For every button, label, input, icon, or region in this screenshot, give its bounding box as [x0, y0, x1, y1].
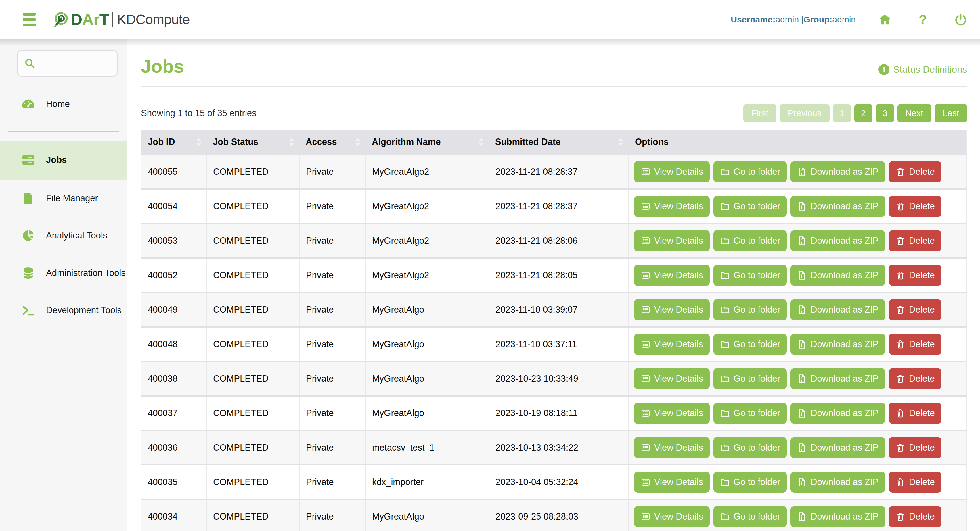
page-button-previous[interactable]: Previous	[780, 104, 830, 122]
go-to-folder-button[interactable]: Go to folder	[713, 196, 787, 217]
power-icon[interactable]	[954, 13, 967, 26]
options-cell: View Details Go to folder Download as ZI…	[628, 499, 967, 531]
go-to-folder-button[interactable]: Go to folder	[713, 299, 787, 320]
sidebar-item-label: Jobs	[46, 155, 67, 165]
sidebar-item-label: File Manager	[46, 193, 98, 203]
page-button-3[interactable]: 3	[876, 104, 894, 122]
view-details-button[interactable]: View Details	[634, 437, 710, 458]
go-to-folder-button[interactable]: Go to folder	[713, 472, 787, 493]
delete-button[interactable]: Delete	[889, 437, 942, 458]
go-to-folder-button[interactable]: Go to folder	[713, 403, 787, 424]
delete-button[interactable]: Delete	[889, 230, 942, 251]
sidebar-item-file-manager[interactable]: File Manager	[0, 179, 127, 217]
go-to-folder-button[interactable]: Go to folder	[713, 161, 787, 182]
delete-button[interactable]: Delete	[889, 161, 942, 182]
folder-icon	[720, 201, 730, 211]
column-header-submitted-date[interactable]: Submitted Date	[489, 130, 628, 155]
view-details-button[interactable]: View Details	[634, 334, 710, 355]
page-button-2[interactable]: 2	[854, 104, 872, 122]
title-divider	[141, 86, 967, 87]
job-id-cell: 400049	[141, 293, 207, 327]
hamburger-menu-icon[interactable]	[23, 13, 36, 27]
home-icon[interactable]	[878, 13, 891, 26]
delete-button[interactable]: Delete	[889, 299, 942, 320]
options-cell: View Details Go to folder Download as ZI…	[628, 327, 967, 361]
list-details-icon	[641, 339, 651, 349]
page-button-first[interactable]: First	[743, 104, 776, 122]
sort-icon[interactable]	[289, 138, 294, 146]
go-to-folder-button[interactable]: Go to folder	[713, 230, 787, 251]
sidebar-item-home[interactable]: Home	[0, 86, 127, 123]
submitted-date-cell: 2023-11-10 03:39:07	[489, 293, 628, 327]
page-button-next[interactable]: Next	[897, 104, 931, 122]
delete-button[interactable]: Delete	[889, 506, 942, 527]
download-as-zip-button[interactable]: Download as ZIP	[791, 368, 885, 389]
servers-icon	[21, 154, 35, 166]
delete-button[interactable]: Delete	[889, 265, 942, 286]
go-to-folder-button[interactable]: Go to folder	[713, 506, 787, 527]
view-details-button[interactable]: View Details	[634, 506, 710, 527]
column-header-job-id[interactable]: Job ID	[141, 130, 207, 155]
zip-file-icon	[797, 408, 807, 418]
search-input[interactable]	[40, 58, 111, 68]
access-cell: Private	[299, 223, 366, 258]
folder-icon	[720, 374, 730, 384]
access-cell: Private	[299, 361, 366, 396]
view-details-button[interactable]: View Details	[634, 368, 710, 389]
sidebar-item-development-tools[interactable]: Development Tools	[0, 292, 127, 329]
sort-icon[interactable]	[479, 138, 484, 146]
download-as-zip-button[interactable]: Download as ZIP	[791, 506, 885, 527]
folder-icon	[720, 167, 730, 177]
sidebar-item-analytical-tools[interactable]: Analytical Tools	[0, 217, 127, 254]
download-as-zip-button[interactable]: Download as ZIP	[791, 472, 885, 493]
job-status-cell: COMPLETED	[207, 258, 299, 293]
status-definitions-link[interactable]: i Status Definitions	[878, 64, 967, 76]
delete-button[interactable]: Delete	[889, 472, 942, 493]
download-as-zip-button[interactable]: Download as ZIP	[791, 265, 885, 286]
page-button-1[interactable]: 1	[833, 104, 851, 122]
view-details-button[interactable]: View Details	[634, 299, 710, 320]
job-status-cell: COMPLETED	[207, 361, 299, 396]
view-details-button[interactable]: View Details	[634, 230, 710, 251]
page-button-last[interactable]: Last	[935, 104, 967, 122]
sort-icon[interactable]	[618, 138, 624, 146]
pagination: FirstPrevious123NextLast	[743, 104, 967, 122]
download-as-zip-button[interactable]: Download as ZIP	[791, 230, 885, 251]
delete-button[interactable]: Delete	[889, 196, 942, 217]
view-details-button[interactable]: View Details	[634, 265, 710, 286]
view-details-button[interactable]: View Details	[634, 161, 710, 182]
sidebar-search[interactable]	[17, 50, 118, 77]
download-as-zip-button[interactable]: Download as ZIP	[791, 403, 885, 424]
delete-button[interactable]: Delete	[889, 334, 942, 355]
brand-separator	[112, 12, 113, 27]
column-header-job-status[interactable]: Job Status	[207, 130, 299, 155]
terminal-icon	[21, 304, 35, 316]
algorithm-name-cell: MyGreatAlgo2	[366, 258, 489, 293]
options-cell: View Details Go to folder Download as ZI…	[628, 465, 967, 499]
options-cell: View Details Go to folder Download as ZI…	[628, 293, 967, 327]
download-as-zip-button[interactable]: Download as ZIP	[791, 334, 885, 355]
sidebar-item-administration-tools[interactable]: Administration Tools	[0, 254, 127, 292]
delete-button[interactable]: Delete	[889, 403, 942, 424]
brand-logo[interactable]: DArT KDCompute	[54, 11, 189, 28]
go-to-folder-button[interactable]: Go to folder	[713, 437, 787, 458]
sort-icon[interactable]	[196, 138, 201, 146]
folder-icon	[720, 305, 730, 315]
delete-button[interactable]: Delete	[889, 368, 942, 389]
download-as-zip-button[interactable]: Download as ZIP	[791, 437, 885, 458]
help-icon[interactable]: ?	[916, 13, 929, 26]
sort-icon[interactable]	[355, 138, 360, 146]
download-as-zip-button[interactable]: Download as ZIP	[791, 196, 885, 217]
go-to-folder-button[interactable]: Go to folder	[713, 334, 787, 355]
go-to-folder-button[interactable]: Go to folder	[713, 265, 787, 286]
view-details-button[interactable]: View Details	[634, 196, 710, 217]
view-details-button[interactable]: View Details	[634, 472, 710, 493]
job-id-cell: 400034	[141, 499, 207, 531]
sidebar-item-jobs[interactable]: Jobs	[0, 141, 127, 179]
view-details-button[interactable]: View Details	[634, 403, 710, 424]
download-as-zip-button[interactable]: Download as ZIP	[791, 161, 885, 182]
go-to-folder-button[interactable]: Go to folder	[713, 368, 787, 389]
column-header-access[interactable]: Access	[299, 130, 366, 155]
column-header-algorithm-name[interactable]: Algorithm Name	[366, 130, 489, 155]
download-as-zip-button[interactable]: Download as ZIP	[791, 299, 885, 320]
